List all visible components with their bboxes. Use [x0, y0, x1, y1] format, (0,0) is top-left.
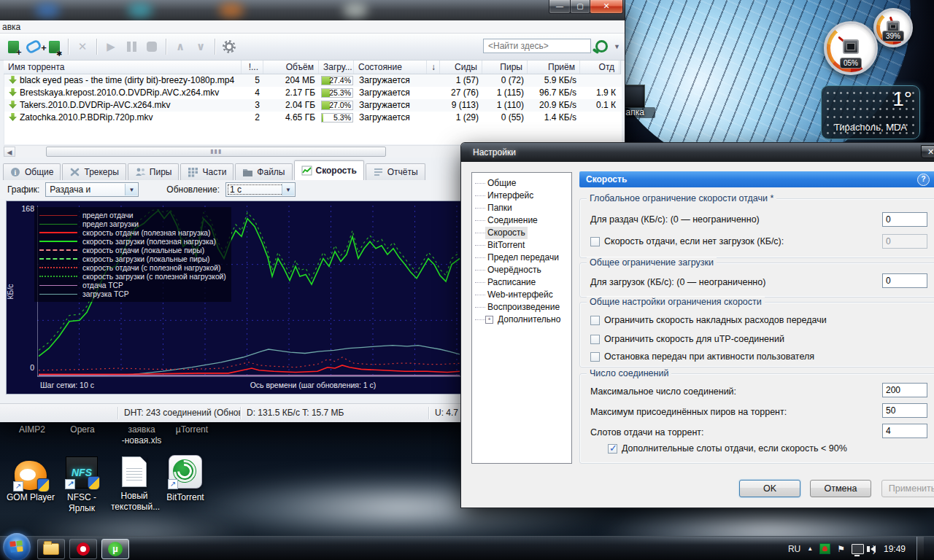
settings-tree-item[interactable]: BitTorrent — [472, 239, 571, 252]
desktop-icon-label-utorrent[interactable]: µTorrent — [168, 424, 216, 435]
window-titlebar[interactable]: — ▢ ✕ — [0, 0, 625, 20]
limit-utp-checkbox[interactable] — [590, 335, 600, 344]
column-header[interactable]: Загру... — [319, 61, 354, 74]
desktop-icon-label-zayavka[interactable]: заявка -новая.xls — [109, 424, 174, 446]
torrent-table-body: black eyed peas - the time (dirty bit)-b… — [4, 74, 622, 144]
column-header[interactable]: Отд — [580, 61, 620, 74]
minimize-button[interactable]: — — [549, 0, 571, 14]
search-button[interactable] — [593, 37, 610, 55]
start-button[interactable] — [3, 533, 31, 560]
ok-button[interactable]: OK — [739, 480, 800, 497]
dialog-titlebar[interactable]: Настройки ✕ — [461, 143, 934, 162]
show-desktop-button[interactable] — [916, 537, 924, 560]
alt-upload-checkbox[interactable] — [590, 237, 600, 246]
tray-expand-arrow-icon[interactable]: ▲ — [807, 544, 813, 554]
preferences-button[interactable] — [220, 38, 238, 55]
start-button[interactable]: ▶ — [102, 38, 120, 55]
desktop-icon-papka[interactable] — [622, 85, 645, 108]
torrent-row[interactable]: black eyed peas - the time (dirty bit)-b… — [4, 74, 622, 87]
tab-general[interactable]: i Общие — [3, 163, 61, 180]
tab-files[interactable]: Файлы — [235, 163, 292, 180]
torrent-row[interactable]: Brestskaya.krepost.2010.O.DVDRip.AVC.x26… — [4, 87, 622, 99]
cancel-button[interactable]: Отмена — [810, 480, 871, 497]
desktop-icon-label-aimp2[interactable]: AIMP2 — [4, 424, 60, 435]
add-torrent-button[interactable] — [4, 38, 22, 55]
volume-tray-icon[interactable] — [871, 545, 876, 553]
torrent-table-header[interactable]: Имя торрента!...ОбъёмЗагру...Состояние↓С… — [4, 60, 621, 74]
settings-tree-item[interactable]: Расписание — [472, 276, 571, 289]
remove-button[interactable]: ✕ — [74, 38, 91, 55]
settings-tree-item[interactable]: Соединение — [472, 214, 571, 227]
dialog-close-button[interactable]: ✕ — [921, 145, 934, 158]
tab-pieces[interactable]: Части — [180, 163, 234, 180]
column-header[interactable]: Пиры — [482, 61, 528, 74]
tab-trackers[interactable]: Трекеры — [62, 163, 126, 180]
menu-bar[interactable]: авка — [0, 20, 625, 34]
network-tray-icon[interactable] — [852, 544, 864, 554]
desktop-icon-bittorrent[interactable]: ↗ BitTorrent — [162, 455, 209, 503]
column-header[interactable]: Сиды — [440, 61, 482, 74]
help-icon[interactable]: ? — [917, 174, 930, 186]
alt-upload-input[interactable] — [882, 234, 927, 249]
close-button[interactable]: ✕ — [590, 0, 623, 14]
settings-tree-item[interactable]: Web-интерфейс — [472, 289, 571, 301]
settings-tree-item[interactable]: Очерёдность — [472, 264, 571, 276]
tab-peers[interactable]: Пиры — [128, 163, 180, 180]
scrollbar-thumb[interactable]: ▮▮▮ — [46, 147, 386, 157]
max-peers-input[interactable] — [882, 403, 927, 418]
taskbar-clock[interactable]: 19:49 — [884, 544, 906, 554]
column-header[interactable]: Имя торрента — [4, 61, 242, 74]
settings-tree-item[interactable]: Интерфейс — [472, 190, 571, 202]
taskbar-explorer-button[interactable] — [37, 539, 65, 559]
pause-button[interactable] — [123, 38, 140, 55]
settings-tree-item[interactable]: Общие — [472, 177, 571, 190]
download-limit-input[interactable] — [882, 273, 927, 288]
maximize-button[interactable]: ▢ — [570, 0, 590, 14]
settings-tree-item[interactable]: +Дополнительно — [472, 314, 571, 326]
antivirus-tray-icon[interactable] — [819, 543, 830, 554]
action-center-flag-icon[interactable]: ⚑ — [837, 544, 845, 554]
torrent-row[interactable]: Takers.2010.D.DVDRip-AVC.x264.mkv32.04 Г… — [4, 99, 622, 112]
settings-tree-item[interactable]: Предел передачи — [472, 252, 571, 264]
column-header[interactable]: Состояние — [354, 61, 427, 74]
graph-type-select[interactable]: Раздача и загрузка▼ — [45, 182, 139, 197]
desktop-icon-label-opera[interactable]: Opera — [60, 424, 105, 435]
settings-tree-item[interactable]: Скорость — [472, 227, 571, 239]
column-header[interactable]: !... — [242, 61, 263, 74]
taskbar-opera-button[interactable] — [69, 539, 97, 559]
max-connections-input[interactable] — [882, 383, 927, 397]
menu-item-help-partial[interactable]: авка — [2, 22, 20, 32]
apply-button[interactable]: Применить — [881, 480, 934, 497]
move-up-button[interactable]: ∧ — [171, 38, 189, 55]
tree-expand-icon[interactable]: + — [485, 316, 493, 324]
stop-button[interactable] — [143, 38, 161, 55]
settings-tree-item[interactable]: Папки — [472, 202, 571, 214]
tab-logger[interactable]: Отчёты — [366, 163, 425, 180]
upload-slots-input[interactable] — [882, 424, 927, 438]
search-dropdown-arrow-icon[interactable]: ▼ — [614, 43, 620, 50]
desktop-icon-text-file[interactable]: Новый текстовый... — [111, 456, 158, 513]
column-header[interactable]: ↓ — [427, 61, 440, 74]
torrent-row[interactable]: Zatochka.2010.P.BDRip.720p.mkv24.65 ГБ5.… — [4, 112, 622, 124]
stop-on-user-activity-checkbox[interactable] — [590, 352, 600, 362]
upload-limit-input[interactable] — [882, 212, 927, 227]
create-torrent-button[interactable] — [45, 38, 63, 55]
desktop-icon-nfsc[interactable]: NFS ↗ NFSC - Ярлык — [60, 456, 104, 514]
add-url-button[interactable] — [25, 38, 42, 55]
ram-meter-gadget[interactable]: 39% — [873, 8, 913, 47]
column-header[interactable]: Приём — [528, 61, 580, 74]
update-interval-select[interactable]: 1 с▼ — [225, 182, 296, 197]
desktop-icon-gom-player[interactable]: ↗ GOM Player — [6, 458, 55, 503]
scroll-left-arrow[interactable]: ◀ — [4, 147, 15, 157]
taskbar-utorrent-button[interactable]: µ — [101, 539, 129, 559]
weather-gadget[interactable]: 1° Тирасполь, MDA — [821, 85, 920, 139]
move-down-button[interactable]: ∨ — [192, 38, 209, 55]
extra-upload-slots-checkbox[interactable] — [608, 444, 617, 454]
language-indicator[interactable]: RU — [788, 544, 800, 554]
settings-tree-item[interactable]: Воспроизведение — [472, 301, 571, 314]
tab-speed[interactable]: Скорость — [294, 160, 364, 180]
column-header[interactable]: Объём — [263, 61, 319, 74]
cpu-meter-gadget[interactable]: 05% — [824, 21, 878, 75]
limit-overhead-checkbox[interactable] — [590, 316, 600, 325]
search-input[interactable] — [483, 39, 591, 53]
